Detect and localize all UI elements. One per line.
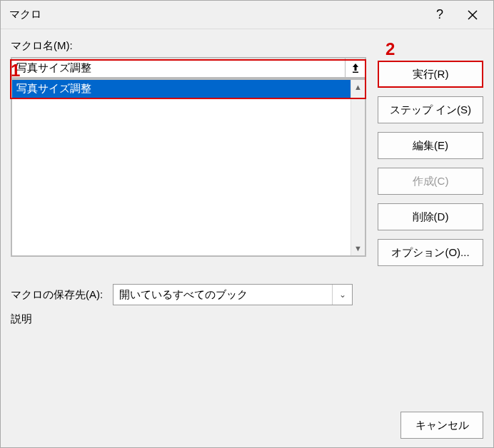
left-pane: マクロ名(M): 写真サイズ調整 ▲ ▼ [11, 39, 366, 439]
storage-row: マクロの保存先(A): 開いているすべてのブック ⌄ [11, 284, 366, 305]
storage-selected-value: 開いているすべてのブック [119, 288, 248, 302]
macro-list-inner: 写真サイズ調整 [12, 80, 351, 255]
macro-name-input[interactable] [11, 57, 345, 78]
edit-button[interactable]: 編集(E) [378, 132, 483, 159]
scroll-up-icon[interactable]: ▲ [351, 80, 365, 94]
description-label: 説明 [11, 312, 366, 326]
dialog-title: マクロ [9, 8, 423, 21]
create-button: 作成(C) [378, 168, 483, 195]
help-button[interactable]: ? [423, 1, 456, 29]
cancel-row: キャンセル [378, 404, 483, 439]
arrow-up-icon [351, 62, 361, 73]
close-icon [468, 10, 478, 20]
list-item[interactable]: 写真サイズ調整 [12, 80, 351, 98]
right-pane: 実行(R) ステップ イン(S) 編集(E) 作成(C) 削除(D) オプション… [378, 39, 483, 439]
macro-name-row [11, 57, 366, 78]
chevron-down-icon: ⌄ [332, 285, 352, 305]
options-button[interactable]: オプション(O)... [378, 239, 483, 266]
dialog-content: マクロ名(M): 写真サイズ調整 ▲ ▼ [1, 29, 493, 447]
step-in-button[interactable]: ステップ イン(S) [378, 96, 483, 123]
macro-dialog: マクロ ? マクロ名(M): 写真サ [0, 0, 494, 448]
close-button[interactable] [456, 1, 489, 29]
delete-button[interactable]: 削除(D) [378, 203, 483, 230]
titlebar: マクロ ? [1, 1, 493, 29]
macro-listbox[interactable]: 写真サイズ調整 ▲ ▼ [11, 78, 366, 257]
storage-select[interactable]: 開いているすべてのブック ⌄ [113, 284, 353, 305]
storage-label: マクロの保存先(A): [11, 288, 103, 302]
macro-name-label: マクロ名(M): [11, 39, 366, 53]
scrollbar[interactable]: ▲ ▼ [351, 80, 365, 255]
svg-rect-2 [353, 72, 358, 73]
macro-name-assign-button[interactable] [345, 57, 366, 78]
scroll-down-icon[interactable]: ▼ [351, 241, 365, 255]
cancel-button[interactable]: キャンセル [400, 412, 483, 439]
run-button[interactable]: 実行(R) [378, 61, 483, 88]
